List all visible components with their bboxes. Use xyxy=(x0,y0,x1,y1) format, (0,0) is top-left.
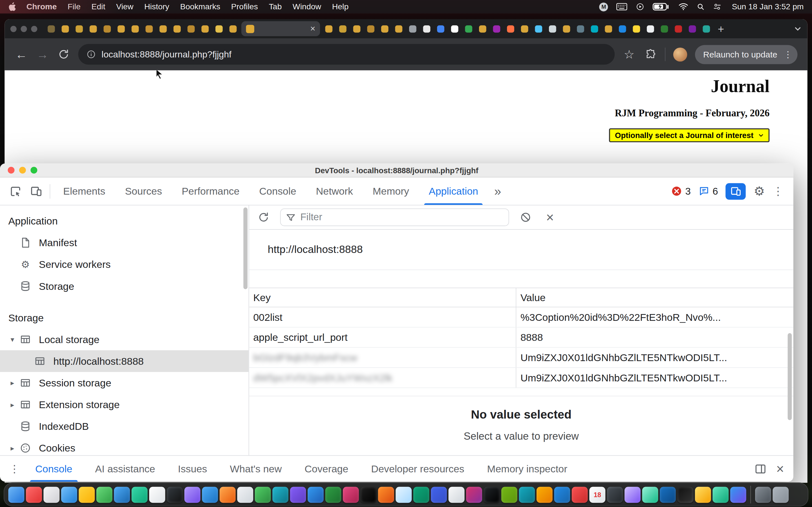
browser-tab[interactable] xyxy=(434,22,447,36)
browser-tab[interactable] xyxy=(114,22,128,36)
dock-icon[interactable] xyxy=(325,487,341,503)
browser-tab[interactable] xyxy=(574,22,587,36)
browser-tab[interactable] xyxy=(72,22,86,36)
dock-icon[interactable] xyxy=(449,487,465,503)
site-info-icon[interactable] xyxy=(87,50,96,59)
dock-icon[interactable] xyxy=(413,487,429,503)
storage-origin[interactable]: http://localhost:8888 xyxy=(268,243,794,256)
sidebar-item-manifest[interactable]: Manifest xyxy=(0,232,249,253)
drawer-tab-ai-assistance[interactable]: AI assistance xyxy=(84,456,167,482)
dock-icon[interactable] xyxy=(185,487,200,503)
address-bar[interactable]: localhost:8888/journal.php?fjjghf xyxy=(78,44,615,64)
drawer-tab-console[interactable]: Console xyxy=(24,456,84,482)
devtools-window-controls[interactable] xyxy=(8,167,38,173)
drawer-tab-coverage[interactable]: Coverage xyxy=(293,456,360,482)
tab-close-icon[interactable]: × xyxy=(310,24,315,33)
tab-overflow-icon[interactable] xyxy=(794,25,802,33)
dock-icon[interactable] xyxy=(290,487,306,503)
browser-tab[interactable] xyxy=(87,22,100,36)
dock-icon[interactable] xyxy=(202,487,218,503)
dock-icon[interactable] xyxy=(79,487,95,503)
dock-icon[interactable] xyxy=(43,487,59,503)
back-icon[interactable]: ← xyxy=(14,48,28,60)
browser-tab[interactable] xyxy=(532,22,545,36)
clear-all-icon[interactable] xyxy=(518,210,534,225)
devtools-title-bar[interactable]: DevTools - localhost:8888/journal.php?fj… xyxy=(0,163,794,177)
browser-tab[interactable] xyxy=(226,22,239,36)
main-scrollbar[interactable] xyxy=(788,333,792,420)
dock-icon[interactable] xyxy=(712,487,728,503)
device-toolbar-icon[interactable] xyxy=(26,181,47,202)
browser-tab[interactable] xyxy=(170,22,183,36)
dock-icon[interactable] xyxy=(677,487,693,503)
menu-item-chrome[interactable]: Chrome xyxy=(27,2,57,11)
browser-tab[interactable] xyxy=(45,22,57,36)
window-controls[interactable] xyxy=(10,25,38,32)
table-header-key[interactable]: Key xyxy=(249,288,516,307)
browser-tab[interactable] xyxy=(546,22,559,36)
window-close-button[interactable] xyxy=(10,25,17,32)
devtools-tab-sources[interactable]: Sources xyxy=(115,177,172,205)
dock-icon[interactable] xyxy=(8,487,24,503)
browser-tab[interactable] xyxy=(700,22,712,36)
browser-tab[interactable] xyxy=(378,22,391,36)
menu-item-profiles[interactable]: Profiles xyxy=(231,2,258,11)
menu-item-help[interactable]: Help xyxy=(332,2,349,11)
browser-tab[interactable] xyxy=(476,22,489,36)
sidebar-item-service-workers[interactable]: ⚙Service workers xyxy=(0,253,249,275)
devtools-tab-console[interactable]: Console xyxy=(249,177,306,205)
browser-tab[interactable] xyxy=(129,22,142,36)
extensions-puzzle-icon[interactable] xyxy=(644,49,657,60)
browser-tab[interactable] xyxy=(644,22,657,36)
browser-tab[interactable] xyxy=(672,22,684,36)
browser-tab[interactable] xyxy=(100,22,113,36)
dock-icon[interactable] xyxy=(624,487,641,503)
devtools-zoom-button[interactable] xyxy=(31,167,37,173)
dock-icon[interactable] xyxy=(26,487,42,503)
table-row[interactable]: 002list%3Coption%20id%3D%22FtE3hoR_Nvo%.… xyxy=(249,307,793,328)
error-badge[interactable]: 3 xyxy=(671,185,691,196)
profile-avatar[interactable] xyxy=(673,47,688,61)
drawer-tab-what-s-new[interactable]: What's new xyxy=(218,456,293,482)
dock-icon[interactable] xyxy=(660,487,676,503)
browser-tab[interactable] xyxy=(686,22,699,36)
menu-bar-clock[interactable]: Sun 18 Jan 3:52 pm xyxy=(732,2,804,11)
settings-gear-icon[interactable]: ⚙ xyxy=(754,185,765,198)
menu-item-history[interactable]: History xyxy=(144,2,169,11)
refresh-icon[interactable] xyxy=(256,210,271,225)
browser-tab[interactable] xyxy=(420,22,433,36)
drawer-tab-developer-resources[interactable]: Developer resources xyxy=(360,456,476,482)
dock-icon[interactable] xyxy=(554,487,570,503)
dock-side-icon[interactable] xyxy=(755,463,766,474)
browser-tab[interactable] xyxy=(560,22,573,36)
sidebar-item-http-localhost-8888[interactable]: http://localhost:8888 xyxy=(0,350,249,372)
new-tab-button[interactable]: + xyxy=(718,23,724,34)
browser-tab[interactable] xyxy=(336,22,349,36)
inspect-element-icon[interactable] xyxy=(5,181,26,202)
filter-input[interactable]: Filter xyxy=(280,209,509,226)
devtools-minimize-button[interactable] xyxy=(19,167,26,173)
menu-item-bookmarks[interactable]: Bookmarks xyxy=(180,2,220,11)
drawer-menu-icon[interactable]: ⋮ xyxy=(5,462,24,475)
dock-icon[interactable] xyxy=(96,487,112,503)
devtools-close-button[interactable] xyxy=(8,167,15,173)
dock-icon[interactable] xyxy=(149,487,165,503)
window-zoom-button[interactable] xyxy=(31,25,37,32)
browser-tab[interactable] xyxy=(142,22,155,36)
sidebar-item-storage[interactable]: Storage xyxy=(0,275,249,297)
dock-icon[interactable] xyxy=(730,487,746,503)
dock-icon[interactable] xyxy=(255,487,271,503)
dock-icon[interactable] xyxy=(360,487,376,503)
devtools-tab-memory[interactable]: Memory xyxy=(363,177,419,205)
dock-icon[interactable] xyxy=(396,487,412,503)
dock-icon[interactable] xyxy=(755,487,771,503)
devtools-tab-elements[interactable]: Elements xyxy=(53,177,115,205)
sidebar-item-session-storage[interactable]: ▸Session storage xyxy=(0,372,249,394)
browser-tab[interactable] xyxy=(350,22,363,36)
devtools-menu-icon[interactable]: ⋮ xyxy=(772,185,783,198)
search-icon[interactable] xyxy=(697,2,705,11)
browser-tab[interactable] xyxy=(490,22,503,36)
dock-icon[interactable] xyxy=(607,487,623,503)
browser-tab[interactable] xyxy=(462,22,475,36)
table-row[interactable]: apple_script_url_port8888 xyxy=(249,328,793,348)
